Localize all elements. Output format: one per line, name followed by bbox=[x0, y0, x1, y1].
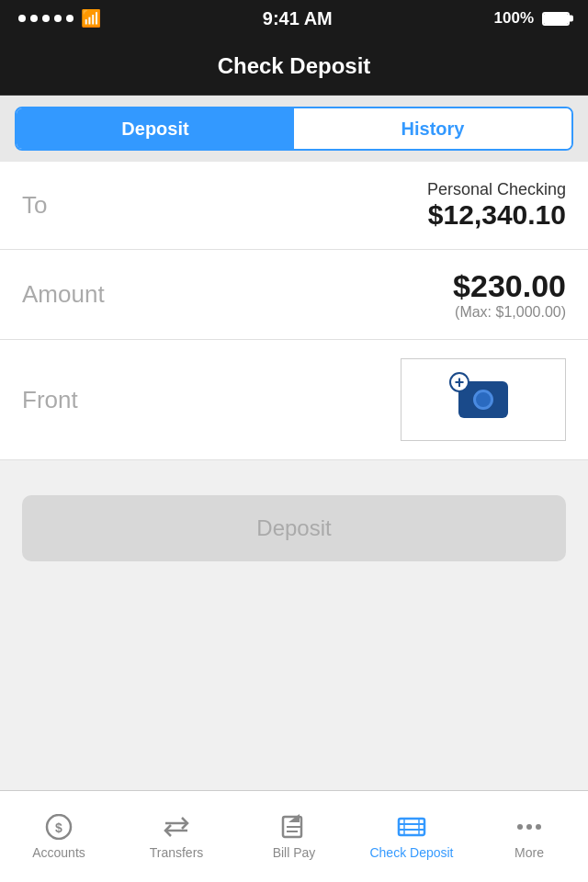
status-time: 9:41 AM bbox=[263, 8, 333, 29]
transfers-icon bbox=[162, 814, 191, 840]
battery-icon bbox=[542, 12, 570, 26]
accounts-icon: $ bbox=[44, 814, 74, 840]
deposit-tab[interactable]: Deposit bbox=[17, 108, 294, 149]
signal-area: 📶 bbox=[18, 8, 101, 28]
status-bar: 📶 9:41 AM 100% bbox=[0, 0, 588, 37]
camera-capture-button[interactable]: + bbox=[401, 358, 566, 441]
segment-wrapper: Deposit History bbox=[0, 96, 588, 162]
spacer bbox=[0, 460, 588, 469]
amount-label: Amount bbox=[22, 280, 105, 309]
svg-rect-7 bbox=[399, 819, 424, 835]
wifi-icon: 📶 bbox=[81, 8, 101, 28]
more-icon bbox=[514, 814, 544, 840]
tab-accounts-label: Accounts bbox=[32, 845, 85, 860]
camera-plus-icon: + bbox=[449, 372, 469, 392]
to-row[interactable]: To Personal Checking $12,340.10 bbox=[0, 162, 588, 250]
tab-accounts[interactable]: $ Accounts bbox=[0, 791, 118, 882]
tab-checkdeposit-label: Check Deposit bbox=[369, 845, 453, 860]
tab-more[interactable]: More bbox=[470, 791, 588, 882]
amount-value: $230.00 bbox=[453, 268, 566, 304]
nav-bar: Check Deposit bbox=[0, 37, 588, 96]
signal-dots bbox=[18, 15, 74, 22]
front-row: Front + bbox=[0, 340, 588, 460]
svg-point-13 bbox=[526, 824, 532, 830]
tab-billpay-label: Bill Pay bbox=[273, 845, 316, 860]
svg-text:$: $ bbox=[55, 820, 62, 835]
account-balance: $12,340.10 bbox=[427, 199, 566, 231]
tab-more-label: More bbox=[514, 845, 544, 860]
account-name: Personal Checking bbox=[427, 180, 566, 199]
tab-transfers[interactable]: Transfers bbox=[118, 791, 235, 882]
tab-billpay[interactable]: Bill Pay bbox=[235, 791, 353, 882]
checkdeposit-icon bbox=[397, 814, 426, 840]
deposit-button[interactable]: Deposit bbox=[22, 495, 566, 561]
to-label: To bbox=[22, 191, 47, 220]
tab-transfers-label: Transfers bbox=[150, 845, 204, 860]
svg-point-12 bbox=[517, 824, 523, 830]
battery-percentage: 100% bbox=[494, 9, 534, 28]
battery-area: 100% bbox=[494, 9, 570, 28]
tab-bar: $ Accounts Transfers Bill Pay bbox=[0, 790, 588, 882]
amount-row[interactable]: Amount $230.00 (Max: $1,000.00) bbox=[0, 250, 588, 340]
camera-lens bbox=[473, 390, 493, 410]
billpay-icon bbox=[279, 814, 309, 840]
camera-body: + bbox=[458, 381, 508, 418]
page-title: Check Deposit bbox=[218, 53, 371, 79]
history-tab[interactable]: History bbox=[294, 108, 571, 149]
amount-max: (Max: $1,000.00) bbox=[453, 304, 566, 321]
to-account-info: Personal Checking $12,340.10 bbox=[427, 180, 566, 231]
svg-point-14 bbox=[536, 824, 541, 830]
front-label: Front bbox=[22, 386, 78, 414]
segment-control: Deposit History bbox=[15, 107, 573, 151]
amount-info: $230.00 (Max: $1,000.00) bbox=[453, 268, 566, 321]
camera-icon: + bbox=[458, 381, 508, 418]
tab-checkdeposit[interactable]: Check Deposit bbox=[353, 791, 470, 882]
deposit-button-wrapper: Deposit bbox=[0, 469, 588, 587]
